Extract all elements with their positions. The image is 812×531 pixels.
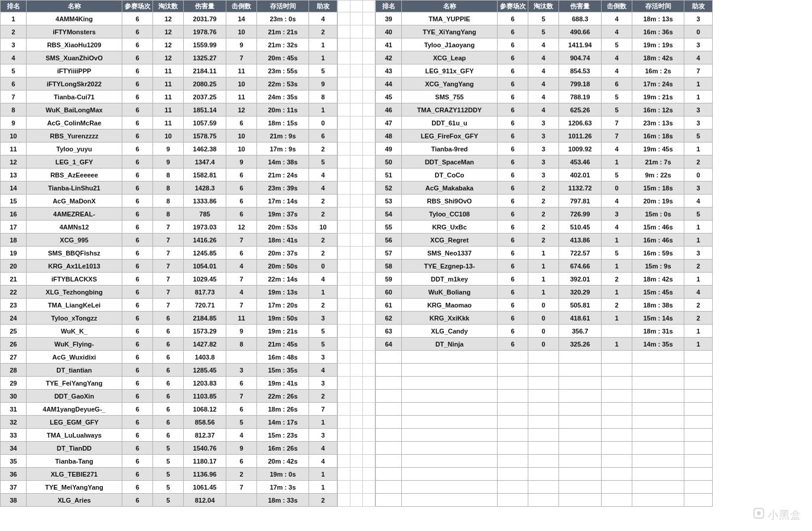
table-row: 21iFTYBLACKXS671029.45722m : 14s4: [1, 273, 337, 286]
table-row: 3RBS_XiaoHu12096121559.99921m : 32s1: [1, 38, 337, 51]
cell-rank: 14: [1, 182, 27, 195]
stats-table-left: 排名 名称 参赛场次 淘汰数 伤害量 击倒数 存活时间 助攻 14AMM4Kin…: [0, 0, 337, 507]
cell-damage: 1851.14: [184, 103, 226, 116]
table-row-empty: [376, 403, 713, 416]
cell-elims: 11: [153, 77, 184, 90]
cell-name: 4AMNs12: [27, 221, 122, 234]
cell-matches: 6: [122, 299, 153, 312]
table-row: 35Tianba-Tang651180.17620m : 42s4: [1, 455, 337, 468]
cell-survive: 19m : 45s: [632, 143, 684, 156]
cell-survive: 22m : 26s: [257, 390, 309, 403]
cell-kd: 5: [226, 416, 257, 429]
cell-rank: 56: [376, 234, 402, 247]
table-row: 43LEG_911x_GFY64854.53416m : 2s7: [376, 64, 713, 77]
cell-elims: 4: [528, 103, 559, 116]
table-row: 33TMA_LuLualways66812.37415m : 23s3: [1, 429, 337, 442]
cell-name: XLG_TEBIE271: [27, 468, 122, 481]
cell-rank: 43: [376, 64, 402, 77]
cell-survive: 20m : 53s: [257, 221, 309, 234]
cell-kd: 6: [226, 169, 257, 182]
cell-name: Tyloo_xTongzz: [27, 312, 122, 325]
cell-kd: [602, 325, 632, 338]
cell-survive: 15m : 18s: [632, 182, 684, 195]
cell-survive: 16m : 26s: [257, 442, 309, 455]
cell-name: SMS_BBQFishsz: [27, 247, 122, 260]
cell-matches: 6: [498, 169, 528, 182]
cell-kd: 5: [602, 103, 632, 116]
cell-matches: 6: [122, 403, 153, 416]
table-row: 30DDT_GaoXin661103.85722m : 26s2: [1, 390, 337, 403]
cell-matches: 6: [122, 442, 153, 455]
cell-kd: 14: [226, 12, 257, 25]
cell-survive: 21m : 45s: [257, 338, 309, 351]
cell-matches: 6: [122, 351, 153, 364]
cell-survive: 15m : 45s: [632, 286, 684, 299]
table-row: 40TYE_XiYangYang65490.66416m : 36s0: [376, 25, 713, 38]
table-row: 55KRG_UxBc62510.45415m : 46s1: [376, 221, 713, 234]
cell-kd: 6: [226, 455, 257, 468]
cell-elims: 6: [153, 390, 184, 403]
cell-damage: 1011.26: [559, 129, 602, 143]
cell-name: KRG_Ax1Le1013: [27, 260, 122, 273]
col-header-matches: 参赛场次: [122, 1, 153, 12]
cell-damage: 2184.11: [184, 64, 226, 77]
cell-assist: 0: [309, 260, 337, 273]
cell-survive: 20m : 37s: [257, 247, 309, 260]
cell-survive: 18m : 38s: [632, 299, 684, 312]
cell-matches: 6: [122, 64, 153, 77]
cell-name: DDT_SpaceMan: [402, 156, 498, 169]
cell-elims: 9: [153, 156, 184, 169]
cell-assist: 5: [684, 208, 713, 221]
cell-matches: 6: [122, 195, 153, 208]
table-row: 24Tyloo_xTongzz662184.851119m : 50s3: [1, 312, 337, 325]
cell-matches: 6: [498, 312, 528, 325]
cell-kd: 7: [226, 273, 257, 286]
cell-assist: 2: [309, 247, 337, 260]
cell-elims: 4: [528, 90, 559, 103]
cell-kd: 7: [226, 234, 257, 247]
cell-kd: 9: [226, 325, 257, 338]
stats-table-right: 排名 名称 参赛场次 淘汰数 伤害量 击倒数 存活时间 助攻 39TMA_YUP…: [375, 0, 713, 507]
cell-name: DT_TianDD: [27, 442, 122, 455]
cell-rank: 16: [1, 208, 27, 221]
cell-elims: 3: [528, 143, 559, 156]
cell-survive: 15m : 14s: [632, 312, 684, 325]
cell-kd: 10: [226, 25, 257, 38]
cell-elims: 12: [153, 38, 184, 51]
cell-assist: 1: [309, 416, 337, 429]
cell-assist: 1: [684, 325, 713, 338]
cell-kd: 6: [226, 377, 257, 390]
table-row: 38XLG_Aries65812.0418m : 33s2: [1, 494, 337, 507]
cell-elims: 2: [528, 195, 559, 208]
cell-assist: 1: [309, 286, 337, 299]
cell-rank: 18: [1, 234, 27, 247]
cell-damage: 1416.26: [184, 234, 226, 247]
table-row: 53RBS_Shi9OvO62797.81420m : 19s4: [376, 195, 713, 208]
cell-kd: 7: [602, 116, 632, 129]
col-header-assist: 助攻: [684, 1, 713, 12]
cell-survive: 19m : 41s: [257, 377, 309, 390]
cell-elims: 8: [153, 208, 184, 221]
cell-elims: 1: [528, 260, 559, 273]
cell-assist: 2: [684, 260, 713, 273]
cell-assist: 3: [309, 429, 337, 442]
cell-survive: 19m : 0s: [257, 468, 309, 481]
cell-kd: 6: [226, 116, 257, 129]
cell-elims: 12: [153, 51, 184, 64]
cell-kd: 5: [602, 38, 632, 51]
table-row: 12LEG_1_GFY691347.4914m : 38s5: [1, 156, 337, 169]
cell-assist: 3: [309, 377, 337, 390]
cell-rank: 30: [1, 390, 27, 403]
cell-name: RBS_AzEeeeee: [27, 169, 122, 182]
cell-damage: 785: [184, 208, 226, 221]
cell-damage: 2184.85: [184, 312, 226, 325]
cell-kd: 1: [602, 286, 632, 299]
cell-elims: 2: [528, 234, 559, 247]
cell-assist: 4: [684, 286, 713, 299]
cell-elims: 12: [153, 12, 184, 25]
table-row: 20KRG_Ax1Le1013671054.01420m : 50s0: [1, 260, 337, 273]
table-row: 19SMS_BBQFishsz671245.85620m : 37s2: [1, 247, 337, 260]
cell-kd: 4: [602, 25, 632, 38]
cell-damage: 1573.29: [184, 325, 226, 338]
cell-assist: 4: [309, 455, 337, 468]
